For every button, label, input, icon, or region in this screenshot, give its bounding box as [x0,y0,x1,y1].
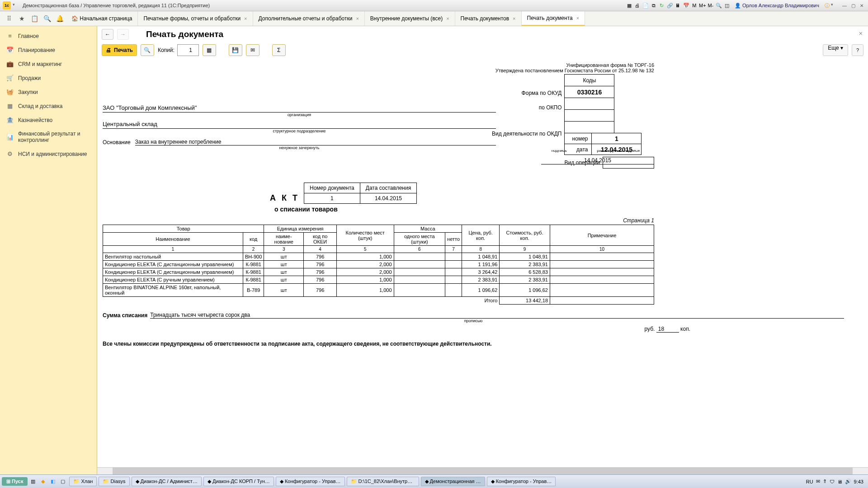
tray-icon[interactable]: 🔊 [845,479,851,484]
zoom-icon[interactable]: 🔍 [715,2,722,9]
more-button[interactable]: Еще ▾ [823,44,848,56]
tab-print-documents[interactable]: Печать документов× [455,11,522,26]
quicklaunch-icon[interactable]: ◧ [48,477,57,486]
sum-button[interactable]: Σ [272,44,286,56]
bell-icon[interactable]: 🔔 [53,11,66,26]
link-icon[interactable]: 🔗 [666,2,674,9]
sidebar-item-purchase[interactable]: 🧺Закупки [0,85,97,99]
tab-home[interactable]: 🏠 Начальная страница [66,11,138,26]
info-dropdown[interactable]: ▾ [831,2,837,9]
calendar-icon[interactable]: 📅 [683,2,690,9]
taskbar-task[interactable]: ◆ Демонстрационная … [421,477,485,486]
taskbar-task[interactable]: ◆ Конфигуратор - Управ… [276,477,345,486]
document-toolbar: 🖨 Печать 🔍 Копий: ▦ 💾 ✉ Σ Еще ▾ ? [97,40,868,61]
current-user[interactable]: 👤 Орлов Александр Владимирович [735,3,819,9]
info-icon[interactable]: ⓘ [823,2,830,9]
sidebar-item-planning[interactable]: 📅Планирование [0,43,97,57]
forward-button[interactable]: → [117,29,129,40]
department: Центральный склад [103,120,496,129]
tray-icon[interactable]: ✉ [816,479,820,484]
basis-label: Основание [103,139,131,145]
doc-icon[interactable]: 📄 [642,2,649,9]
m-icon[interactable]: M [691,2,698,9]
taskbar-task[interactable]: 📁 Хлан [69,477,97,486]
os-taskbar: ⊞ Пуск ▥ ◆ ◧ ▢ 📁 Хлан 📁 Diasys ◆ Диакон-… [0,474,868,488]
tab-print-document[interactable]: Печать документа× [522,11,585,26]
save-button[interactable]: 💾 [229,44,242,56]
chart-icon: 📊 [6,134,14,141]
warning-text: Все члены комиссии предупреждены об отве… [103,341,844,347]
favorite-icon[interactable]: ★ [15,11,28,26]
system-tray: RU ✉ ⇑ 🛡 🖥 🔊 9:43 [806,479,866,484]
akt-header-table: Номер документаДата составления 114.04.2… [304,183,417,204]
panels-icon[interactable]: ◫ [723,2,731,9]
tray-icon[interactable]: ⇑ [823,479,827,484]
calendar-icon: 📅 [6,47,14,53]
print-button[interactable]: 🖨 Печать [102,44,137,56]
okpo-label: по ОКПО [492,100,562,115]
app-logo-icon: 1c [3,1,11,9]
sidebar-item-admin[interactable]: ⚙НСИ и администрирование [0,147,97,161]
organization-sub: организация [103,113,496,117]
help-button[interactable]: ? [852,44,863,56]
close-page-button[interactable]: × [859,30,863,37]
refresh-icon[interactable]: ↻ [658,2,665,9]
tab-internal-docs[interactable]: Внутренние документы (все)× [365,11,455,26]
app-menu-dropdown[interactable]: ▾ [13,2,19,9]
sidebar-item-warehouse[interactable]: ▦Склад и доставка [0,99,97,113]
sidebar-item-finance[interactable]: 📊Финансовый результат и контроллинг [0,127,97,147]
taskbar-task[interactable]: ◆ Диакон-ДС / Админист… [132,477,202,486]
tray-icon[interactable]: 🛡 [830,479,835,484]
close-icon[interactable]: × [576,15,579,21]
document-viewport[interactable]: Унифицированная форма № ТОРГ-16 Утвержде… [97,61,868,467]
operation-label: Вид операции [564,160,600,166]
tab-print-forms[interactable]: Печатные формы, отчеты и обработки× [138,11,253,26]
close-button[interactable]: ✕ [858,2,865,9]
sum-words: Тринадцать тысяч четыреста сорок два [150,312,844,319]
quicklaunch-icon[interactable]: ▢ [58,477,67,486]
close-icon[interactable]: × [513,16,515,21]
m-plus-icon[interactable]: M+ [699,2,706,9]
m-minus-icon[interactable]: M- [707,2,714,9]
start-button[interactable]: ⊞ Пуск [2,477,28,486]
department-sub: структурное подразделение [103,129,496,133]
tray-icon[interactable]: 🖥 [837,479,842,484]
back-button[interactable]: ← [102,29,113,40]
email-button[interactable]: ✉ [246,44,259,56]
sidebar-item-main[interactable]: ≡Главное [0,29,97,43]
sidebar-item-treasury[interactable]: 🏦Казначейство [0,113,97,127]
copies-input[interactable] [177,44,199,56]
table-row: Кондиционер ELEKTA (С ручным управлением… [103,276,654,284]
apps-icon[interactable]: ⠿ [3,11,15,26]
taskbar-task[interactable]: 📁 D:\1C_82\Хлан\Внутренн… [347,477,419,486]
maximize-button[interactable]: ▢ [849,2,857,9]
compare-icon[interactable]: ⧉ [650,2,657,9]
close-icon[interactable]: × [244,16,247,21]
minimize-button[interactable]: — [841,2,848,9]
search-icon[interactable]: 🔍 [41,11,53,26]
clock[interactable]: 9:43 [854,479,863,484]
horizontal-scrollbar[interactable] [97,467,868,474]
clipboard-icon[interactable]: 📋 [28,11,41,26]
language-indicator[interactable]: RU [806,479,813,484]
tab-additional-reports[interactable]: Дополнительные отчеты и обработки× [253,11,365,26]
sidebar-item-sales[interactable]: 🛒Продажи [0,71,97,85]
close-icon[interactable]: × [356,16,359,21]
close-icon[interactable]: × [446,16,449,21]
preview-button[interactable]: 🔍 [141,44,154,56]
window-titlebar: 1c ▾ Демонстрационная база / Управление … [0,0,868,11]
print-icon[interactable]: 🖨 [634,2,641,9]
sum-sub: прописью [103,319,844,323]
navigation-sidebar: ≡Главное 📅Планирование 💼CRM и маркетинг … [0,26,97,474]
settings-button[interactable]: ▦ [203,44,216,56]
quicklaunch-icon[interactable]: ◆ [38,477,47,486]
taskbar-task[interactable]: ◆ Конфигуратор - Управ… [487,477,556,486]
taskbar-task[interactable]: ◆ Диакон-ДС КОРП / Тун… [203,477,274,486]
table-row: Вентилятор настольныйВН-900шт7961,0001 0… [103,253,654,261]
calc-icon[interactable]: 🖩 [675,2,682,9]
taskbar-task[interactable]: 📁 Diasys [99,477,129,486]
quicklaunch-icon[interactable]: ▥ [28,477,38,486]
toolbar-icon[interactable]: ▦ [626,2,633,9]
sidebar-item-crm[interactable]: 💼CRM и маркетинг [0,57,97,71]
bank-icon: 🏦 [6,117,14,123]
